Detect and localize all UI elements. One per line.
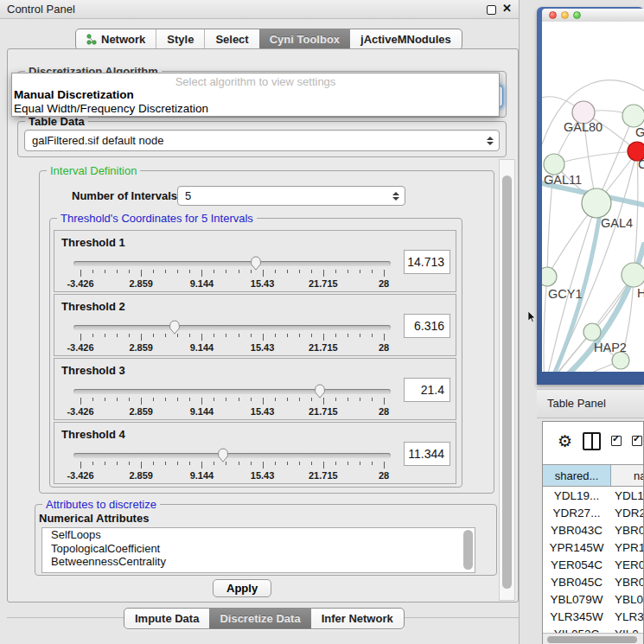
control-panel-title: Control Panel bbox=[7, 3, 75, 16]
threshold-value-field[interactable]: 14.713 bbox=[404, 250, 450, 274]
threshold-list: Threshold 1 -3.4262.8599.14415.4321.7152… bbox=[54, 230, 456, 486]
table-row[interactable]: YPR145WYPR1 bbox=[543, 539, 643, 556]
group-title: Table Data bbox=[25, 115, 88, 128]
threshold-slider[interactable]: -3.4262.8599.14415.4321.71528 bbox=[73, 319, 391, 354]
list-scrollbar[interactable] bbox=[463, 530, 473, 570]
network-node[interactable] bbox=[612, 352, 629, 369]
scrollbar-thumb[interactable] bbox=[502, 175, 512, 589]
table-row[interactable]: YIL052CYIL0 bbox=[543, 625, 643, 633]
tab-jactivemnodules[interactable]: jActiveMNodules bbox=[350, 29, 462, 49]
network-edge[interactable] bbox=[554, 151, 637, 164]
slider-tick-labels: -3.4262.8599.14415.4321.71528 bbox=[80, 406, 384, 417]
columns-icon[interactable] bbox=[583, 432, 601, 450]
attribute-list-item[interactable]: BetweennessCentrality bbox=[42, 555, 475, 569]
threshold-value-field[interactable]: 6.316 bbox=[404, 314, 450, 338]
table-row[interactable]: YBR043CYBR0 bbox=[543, 521, 643, 539]
slider-tick-labels: -3.4262.8599.14415.4321.71528 bbox=[80, 342, 384, 353]
table-row[interactable]: YER054CYER0 bbox=[543, 556, 643, 573]
apply-button[interactable]: Apply bbox=[213, 579, 271, 597]
attribute-list-item[interactable]: SelfLoops bbox=[42, 528, 475, 542]
threshold-slider[interactable]: -3.4262.8599.14415.4321.71528 bbox=[73, 383, 391, 418]
slider-thumb-icon[interactable] bbox=[216, 447, 229, 462]
network-node[interactable] bbox=[583, 323, 601, 341]
number-of-intervals-label: Number of Intervals bbox=[72, 189, 177, 202]
network-node-label: H bbox=[637, 286, 644, 300]
traffic-light-zoom-icon[interactable] bbox=[573, 11, 581, 19]
threshold-label: Threshold 3 bbox=[61, 364, 125, 377]
slider-ticks bbox=[80, 398, 384, 405]
network-view-window: GAL80GACGAL11GAL4GCY1HHAP2 bbox=[537, 7, 644, 385]
scrollbar-thumb[interactable] bbox=[547, 636, 637, 643]
table-data-combo[interactable]: galFiltered.sif default node bbox=[24, 130, 500, 151]
threshold-panel: Threshold 3 -3.4262.8599.14415.4321.7152… bbox=[54, 358, 456, 420]
slider-thumb-icon[interactable] bbox=[249, 255, 262, 271]
right-region: GAL80GACGAL11GAL4GCY1HHAP2 Table Panel ⚙… bbox=[520, 0, 644, 644]
threshold-value-field[interactable]: 11.344 bbox=[404, 442, 450, 466]
app-root: Control Panel ✕ NetworkStyleSelectCyni T… bbox=[0, 0, 644, 644]
network-edge[interactable] bbox=[544, 277, 547, 372]
network-node-label: GAL11 bbox=[544, 173, 582, 187]
tab-label: Cyni Toolbox bbox=[270, 29, 340, 49]
tab-cyni-toolbox[interactable]: Cyni Toolbox bbox=[259, 29, 350, 49]
algorithm-dropdown-popup: Select algorithm to view settings Manual… bbox=[11, 73, 500, 117]
algorithm-option[interactable]: Equal Width/Frequency Discretization bbox=[12, 102, 499, 116]
tab-impute-data[interactable]: Impute Data bbox=[124, 609, 209, 628]
threshold-slider[interactable]: -3.4262.8599.14415.4321.71528 bbox=[73, 255, 391, 290]
attribute-list-item[interactable]: TopologicalCoefficient bbox=[42, 542, 475, 556]
threshold-panel: Threshold 2 -3.4262.8599.14415.4321.7152… bbox=[54, 294, 456, 356]
tab-label: jActiveMNodules bbox=[360, 29, 451, 49]
network-node-label: GA bbox=[635, 125, 644, 139]
gear-icon[interactable]: ⚙ bbox=[558, 433, 572, 450]
network-node-label: C bbox=[638, 157, 644, 171]
network-node-label: GAL4 bbox=[601, 216, 633, 230]
tab-label: Select bbox=[215, 29, 248, 49]
dropdown-placeholder: Select algorithm to view settings bbox=[12, 75, 499, 88]
control-panel-titlebar: Control Panel ✕ bbox=[0, 0, 519, 19]
tab-network[interactable]: Network bbox=[76, 29, 156, 49]
control-panel: Control Panel ✕ NetworkStyleSelectCyni T… bbox=[0, 0, 520, 644]
tab-discretize-data[interactable]: Discretize Data bbox=[209, 609, 310, 628]
table-row[interactable]: YDR27...YDR2 bbox=[543, 504, 643, 521]
tab-select[interactable]: Select bbox=[204, 29, 258, 49]
slider-thumb-icon[interactable] bbox=[314, 383, 327, 399]
tab-label: Infer Network bbox=[322, 609, 393, 628]
tab-label: Style bbox=[167, 29, 194, 49]
group-title: Interval Definition bbox=[47, 164, 140, 177]
slider-thumb-icon[interactable] bbox=[168, 319, 181, 335]
network-node[interactable] bbox=[622, 263, 644, 287]
close-icon[interactable]: ✕ bbox=[502, 2, 512, 15]
table-horizontal-scrollbar[interactable] bbox=[543, 633, 643, 644]
network-node[interactable] bbox=[582, 188, 611, 218]
table-row[interactable]: YLR345WYLR3 bbox=[543, 608, 643, 625]
slider-tick-labels: -3.4262.8599.14415.4321.71528 bbox=[80, 278, 384, 289]
network-node[interactable] bbox=[542, 267, 557, 286]
tab-label: Discretize Data bbox=[220, 609, 300, 628]
network-node-label: HAP2 bbox=[594, 341, 627, 354]
float-window-icon[interactable] bbox=[487, 5, 496, 15]
tab-infer-network[interactable]: Infer Network bbox=[311, 609, 404, 628]
column-header-shared[interactable]: shared... bbox=[543, 465, 611, 486]
number-of-intervals-value: 5 bbox=[185, 189, 191, 202]
algorithm-option[interactable]: Manual Discretization bbox=[12, 88, 499, 102]
table-row[interactable]: YBR045CYBR0 bbox=[543, 573, 643, 590]
threshold-label: Threshold 4 bbox=[61, 428, 125, 441]
slider-tick-labels: -3.4262.8599.14415.4321.71528 bbox=[80, 470, 384, 481]
table-row[interactable]: YBL079WYBL0 bbox=[543, 590, 643, 608]
threshold-value-field[interactable]: 21.4 bbox=[404, 378, 450, 402]
slider-ticks bbox=[80, 270, 384, 277]
bottom-tab-bar: Impute DataDiscretize DataInfer Network bbox=[124, 608, 405, 629]
column-header-name[interactable]: name bbox=[611, 465, 643, 486]
traffic-light-minimize-icon[interactable] bbox=[561, 11, 569, 19]
number-of-intervals-combo[interactable]: 5 bbox=[177, 186, 405, 206]
table-row[interactable]: YDL19...YDL1 bbox=[543, 487, 643, 504]
threshold-slider[interactable]: -3.4262.8599.14415.4321.71528 bbox=[73, 447, 391, 481]
traffic-light-close-icon[interactable] bbox=[549, 11, 557, 19]
checkbox-icon[interactable] bbox=[632, 436, 642, 446]
network-node[interactable] bbox=[622, 105, 644, 127]
network-canvas[interactable]: GAL80GACGAL11GAL4GCY1HHAP2 bbox=[542, 22, 644, 372]
network-node[interactable] bbox=[544, 154, 564, 175]
numerical-attributes-list[interactable]: SelfLoopsTopologicalCoefficientBetweenne… bbox=[41, 527, 475, 573]
checkbox-icon[interactable] bbox=[611, 436, 622, 446]
tab-style[interactable]: Style bbox=[156, 29, 204, 49]
panel-vertical-scrollbar[interactable] bbox=[499, 159, 515, 601]
